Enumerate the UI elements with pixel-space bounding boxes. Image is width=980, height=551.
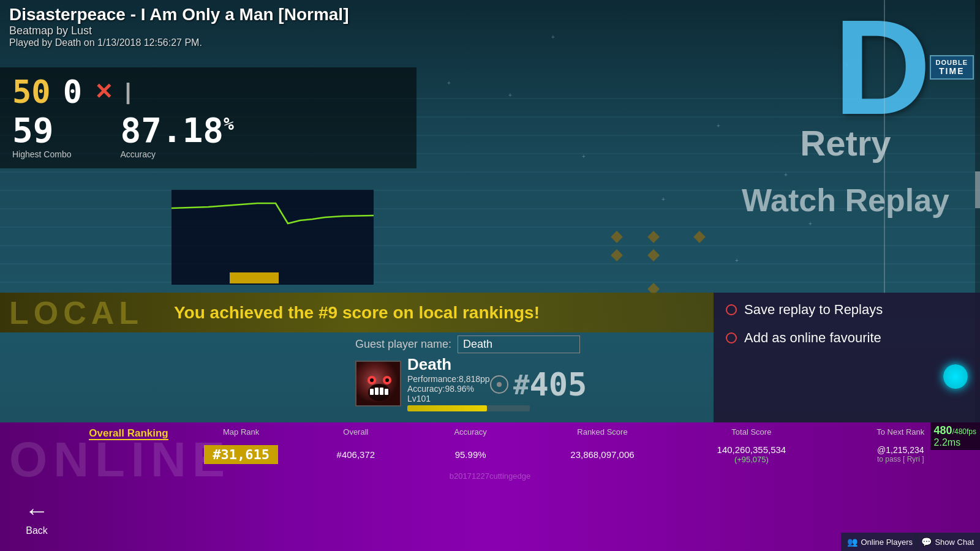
score-panel: 50 0 ✕ | 59 Highest Combo 87.18% Accurac… (0, 67, 417, 168)
save-replay-radio[interactable] (726, 304, 737, 315)
miss-count: 0 (63, 73, 82, 110)
col-header-accuracy: Accuracy (413, 427, 528, 440)
fps-value: 480 (934, 424, 952, 437)
note-marker (611, 249, 623, 261)
svg-point-10 (370, 378, 374, 382)
col-header-overall: Overall (298, 427, 413, 440)
guest-label: Guest player name: (355, 338, 451, 351)
level-bar (407, 405, 530, 411)
ranking-header-row: Overall Ranking Map Rank Overall Accurac… (74, 427, 975, 442)
player-avatar (355, 361, 401, 407)
beatmap-by: Beatmap by Lust (9, 24, 349, 37)
grade-letter: D (834, 0, 931, 143)
accuracy-chart (172, 190, 374, 285)
overall-cell: #406,372 (298, 449, 413, 460)
save-replay-option[interactable]: Save replay to Replays (726, 302, 968, 318)
chart-svg (172, 190, 374, 285)
top-info-panel: Disasterpeace - I Am Only a Man [Normal]… (0, 0, 358, 53)
col-header-ranked-score: Ranked Score (528, 427, 677, 440)
online-players-label: Online Players (861, 538, 913, 547)
ranking-tab-overall: Overall Ranking (74, 427, 184, 440)
bg-line (0, 263, 980, 264)
accuracy-percent-sign: % (224, 114, 234, 134)
mod-line2: TIME (936, 66, 968, 76)
retry-button[interactable]: Retry (742, 122, 949, 163)
back-section[interactable]: ← Back (0, 484, 74, 551)
svg-point-11 (385, 378, 389, 382)
actions-panel: Retry Watch Replay (742, 122, 949, 219)
bg-line (0, 227, 980, 228)
player-rank-display: # 405 (490, 366, 587, 403)
star-decoration: + (508, 92, 512, 99)
map-rank-cell: #31,615 (184, 445, 298, 464)
main-score: 50 (12, 73, 51, 110)
pass-info: to pass [ Ryri ] (826, 455, 975, 463)
add-favourite-option[interactable]: Add as online favourite (726, 330, 968, 346)
chat-icon: 💬 (921, 537, 932, 547)
note-marker (611, 231, 623, 243)
ms-value: 2.2ms (934, 437, 976, 448)
scrollbar-thumb[interactable] (975, 171, 980, 208)
save-replay-label: Save replay to Replays (744, 302, 883, 318)
avatar-image (356, 362, 401, 407)
col-header-total-score: Total Score (677, 427, 826, 440)
cyan-circle-decoration (943, 364, 968, 389)
rank-hash: # (513, 369, 530, 400)
bg-line (0, 282, 980, 283)
grade-display: D (834, 0, 931, 135)
rank-number: 405 (530, 366, 587, 403)
accuracy-block: 87.18% Accuracy (121, 113, 234, 159)
rank-circle-inner (497, 382, 502, 387)
online-players-icon: 👥 (847, 537, 858, 547)
star-decoration: + (717, 122, 720, 129)
mod-line1: DOUBLE (936, 59, 968, 66)
note-marker (647, 231, 660, 243)
star-decoration: + (582, 153, 586, 160)
svg-rect-1 (230, 272, 279, 283)
fps-main-row: 480/480fps (934, 424, 976, 437)
ranking-data-row: #31,615 #406,372 95.99% 23,868,097,006 1… (74, 442, 975, 467)
svg-rect-4 (370, 389, 374, 395)
svg-rect-5 (375, 388, 379, 395)
version-watermark: b20171227cuttingedge (450, 471, 530, 481)
guest-name-input[interactable] (458, 335, 580, 353)
online-players-button[interactable]: 👥 Online Players (841, 533, 919, 551)
highest-combo-block: 59 Highest Combo (12, 113, 72, 159)
mod-badge: DOUBLE TIME (930, 55, 974, 80)
highest-combo-label: Highest Combo (12, 149, 72, 159)
back-arrow-icon: ← (24, 498, 49, 523)
x-mark: ✕ (94, 79, 113, 105)
local-banner: LOCAL You achieved the #9 score on local… (0, 293, 714, 332)
level-bar-fill (407, 405, 487, 411)
watch-replay-button[interactable]: Watch Replay (742, 182, 949, 219)
overall-ranking-tab[interactable]: Overall Ranking (89, 427, 168, 440)
col-header-map-rank: Map Rank (184, 427, 298, 440)
ranked-score-cell: 23,868,097,006 (528, 449, 677, 460)
add-favourite-radio[interactable] (726, 332, 737, 343)
note-marker (693, 231, 706, 243)
fps-sub: /480fps (952, 427, 976, 436)
score-separator: | (125, 79, 131, 105)
star-decoration: + (447, 80, 451, 86)
show-chat-button[interactable]: 💬 Show Chat (915, 533, 980, 551)
accuracy-label: Accuracy (121, 149, 234, 159)
star-decoration: + (809, 220, 812, 227)
svg-rect-6 (380, 388, 383, 395)
star-decoration: + (551, 34, 555, 40)
star-decoration: + (662, 196, 665, 203)
played-by: Played by Death on 1/13/2018 12:56:27 PM… (9, 37, 349, 48)
add-favourite-label: Add as online favourite (744, 330, 881, 346)
accuracy-cell: 95.99% (413, 449, 528, 460)
rank-circle-badge (490, 375, 508, 394)
show-chat-label: Show Chat (935, 538, 974, 547)
total-score-value: 140,260,355,534 (677, 444, 826, 455)
total-score-cell: 140,260,355,534 (+95,075) (677, 444, 826, 464)
bg-line (0, 245, 980, 246)
map-rank-value: #31,615 (204, 445, 278, 464)
local-message: You achieved the #9 score on local ranki… (0, 303, 714, 323)
back-label: Back (26, 525, 48, 536)
online-banner: ONLINE Overall Ranking Map Rank Overall … (0, 422, 980, 551)
total-score-delta: (+95,075) (677, 455, 826, 464)
note-marker (647, 249, 660, 261)
song-title: Disasterpeace - I Am Only a Man [Normal] (9, 5, 349, 24)
